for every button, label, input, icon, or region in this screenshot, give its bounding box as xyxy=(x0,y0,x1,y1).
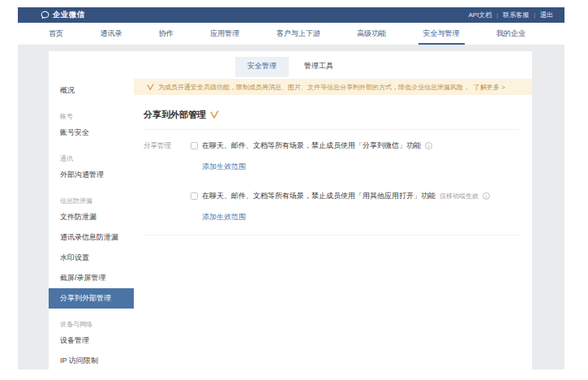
sidebar-section-label: 信息防泄漏 xyxy=(49,193,134,207)
topbar-link[interactable]: 联系客服 xyxy=(503,11,529,19)
form-label: 分享管理 xyxy=(144,140,191,222)
topbar-links: API文档|联系客服|退出 xyxy=(468,11,553,19)
sidebar-section-label: 通讯 xyxy=(49,151,134,165)
sidebar-item[interactable]: 分享到外部管理 xyxy=(49,288,134,309)
sidebar-item[interactable]: 通讯录信息防泄漏 xyxy=(49,227,134,248)
sidebar: 概况账号账号安全通讯外部沟通管理信息防泄漏文件防泄漏通讯录信息防泄漏水印设置截屏… xyxy=(49,77,134,369)
premium-v-icon xyxy=(147,84,154,91)
main-panel: 为成员开通安全高级功能，限制成员将消息、图片、文件等信息分享到外部的方式，降低企… xyxy=(134,77,532,369)
option-checkbox[interactable] xyxy=(191,142,198,149)
divider xyxy=(144,129,519,130)
topbar-link[interactable]: 退出 xyxy=(540,11,553,19)
add-scope-link[interactable]: 添加生效范围 xyxy=(202,212,246,222)
sidebar-item[interactable]: IP 访问限制 xyxy=(49,351,134,369)
sidebar-item[interactable]: 截屏/录屏管理 xyxy=(49,268,134,288)
option-label: 在聊天、邮件、文档等所有场景，禁止成员使用「分享到微信」功能 xyxy=(202,140,421,151)
sidebar-item[interactable]: 账号安全 xyxy=(49,123,134,143)
nav-tab[interactable]: 应用管理 xyxy=(208,23,241,45)
sidebar-section-label: 设备与网络 xyxy=(49,317,134,330)
content-tab[interactable]: 管理工具 xyxy=(292,57,346,77)
nav-tab[interactable]: 通讯录 xyxy=(98,23,123,45)
main-nav: 首页通讯录协作应用管理客户与上下游高级功能安全与管理我的企业 xyxy=(18,23,564,45)
page-title: 分享到外部管理 xyxy=(144,109,206,121)
learn-more-link[interactable]: 了解更多 > xyxy=(474,83,505,92)
nav-tab[interactable]: 安全与管理 xyxy=(422,23,461,45)
sidebar-item[interactable]: 外部沟通管理 xyxy=(49,165,134,185)
sidebar-item[interactable]: 概况 xyxy=(49,80,134,101)
sidebar-section-label: 账号 xyxy=(49,109,134,123)
nav-tab[interactable]: 首页 xyxy=(47,23,65,45)
add-scope-link[interactable]: 添加生效范围 xyxy=(202,162,246,172)
option-group: 在聊天、邮件、文档等所有场景，禁止成员使用「用其他应用打开」功能仅移动端生效i添… xyxy=(191,191,519,222)
app-logo[interactable]: 企业微信 xyxy=(41,10,85,20)
sidebar-item[interactable]: 设备管理 xyxy=(49,330,134,351)
premium-v-icon xyxy=(210,110,219,119)
app-logo-text: 企业微信 xyxy=(53,10,85,20)
app-window: 企业微信 API文档|联系客服|退出 首页通讯录协作应用管理客户与上下游高级功能… xyxy=(18,7,564,369)
upgrade-notice-banner: 为成员开通安全高级功能，限制成员将消息、图片、文件等信息分享到外部的方式，降低企… xyxy=(134,79,532,95)
option-row: 在聊天、邮件、文档等所有场景，禁止成员使用「用其他应用打开」功能仅移动端生效i xyxy=(191,191,519,201)
sidebar-item[interactable]: 文件防泄漏 xyxy=(49,207,134,227)
info-icon[interactable]: i xyxy=(483,192,490,200)
wecom-bubble-icon xyxy=(41,11,49,19)
page-background: 安全管理管理工具 概况账号账号安全通讯外部沟通管理信息防泄漏文件防泄漏通讯录信息… xyxy=(18,45,564,369)
topbar-link[interactable]: API文档 xyxy=(468,11,491,19)
notice-text: 为成员开通安全高级功能，限制成员将消息、图片、文件等信息分享到外部的方式，降低企… xyxy=(158,83,470,92)
option-checkbox[interactable] xyxy=(191,192,198,200)
option-row: 在聊天、邮件、文档等所有场景，禁止成员使用「分享到微信」功能i xyxy=(191,140,519,151)
topbar-link-separator: | xyxy=(534,12,535,18)
topbar-link-separator: | xyxy=(496,12,498,18)
sidebar-item[interactable]: 水印设置 xyxy=(49,248,134,268)
divider xyxy=(144,235,519,235)
nav-tab[interactable]: 我的企业 xyxy=(495,23,527,45)
option-label: 在聊天、邮件、文档等所有场景，禁止成员使用「用其他应用打开」功能 xyxy=(202,191,436,201)
option-group: 在聊天、邮件、文档等所有场景，禁止成员使用「分享到微信」功能i添加生效范围 xyxy=(191,140,519,172)
content-card: 安全管理管理工具 概况账号账号安全通讯外部沟通管理信息防泄漏文件防泄漏通讯录信息… xyxy=(49,51,532,369)
content-tab[interactable]: 安全管理 xyxy=(235,57,289,77)
nav-tab[interactable]: 协作 xyxy=(157,23,175,45)
content-tabs: 安全管理管理工具 xyxy=(49,51,532,77)
option-suffix-note: 仅移动端生效 xyxy=(440,192,479,201)
share-options: 在聊天、邮件、文档等所有场景，禁止成员使用「分享到微信」功能i添加生效范围在聊天… xyxy=(191,140,519,222)
info-icon[interactable]: i xyxy=(425,142,432,149)
nav-tab[interactable]: 客户与上下游 xyxy=(275,23,322,45)
top-bar: 企业微信 API文档|联系客服|退出 xyxy=(18,7,564,23)
nav-tab[interactable]: 高级功能 xyxy=(355,23,388,45)
